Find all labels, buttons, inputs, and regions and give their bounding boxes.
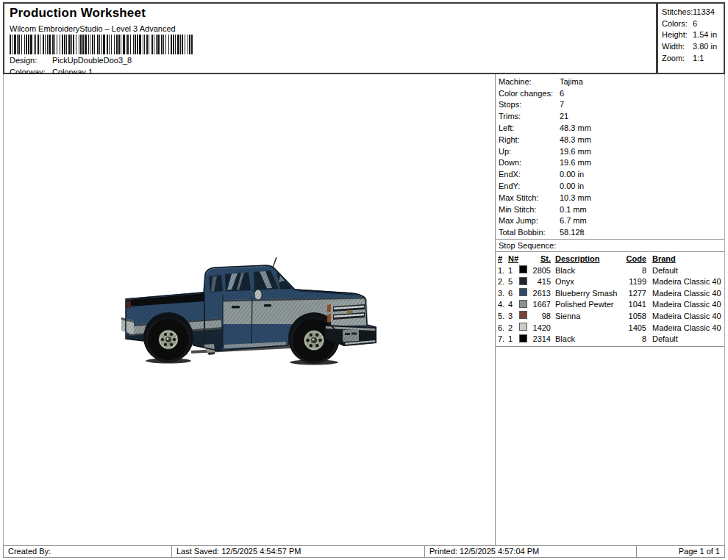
stop-sequence-row: 6.2 1420 1405Madeira Classic 40 xyxy=(498,322,723,334)
footer-last-saved: Last Saved: 12/5/2025 4:54:57 PM xyxy=(172,546,425,557)
stop-sequence-row: 3.6 2613Blueberry Smash 1277Madeira Clas… xyxy=(498,287,723,299)
panel-empty-area xyxy=(496,347,724,545)
page-title: Production Worksheet xyxy=(10,6,656,21)
info-value: 6.7 mm xyxy=(560,216,587,225)
col-stitches: St. xyxy=(531,254,551,263)
info-row: Trims:21 xyxy=(499,110,724,122)
info-label: Down: xyxy=(499,158,560,167)
truck-design xyxy=(121,256,380,365)
col-brand: Brand xyxy=(646,254,723,263)
info-row: Max Stitch:10.3 mm xyxy=(499,192,724,204)
machine-info-panel: Machine:Tajima Color changes:6 Stops:7 T… xyxy=(495,74,724,545)
info-label: Trims: xyxy=(499,112,560,121)
info-row: EndY:0.00 in xyxy=(499,180,724,192)
info-value: 48.3 mm xyxy=(560,135,591,144)
info-row: Down:19.6 mm xyxy=(499,157,724,169)
barcode-icon xyxy=(10,35,193,54)
info-row: EndX:0.00 in xyxy=(499,168,724,180)
info-label: Right: xyxy=(499,135,560,144)
stop-sequence-row: 2.5 415Onyx 1199Madeira Classic 40 xyxy=(498,276,723,287)
info-value: 7 xyxy=(560,100,564,109)
color-swatch xyxy=(519,277,527,285)
summary-label: Colors: xyxy=(662,19,693,28)
info-value: 58.12ft xyxy=(560,228,585,237)
info-label: Min Stitch: xyxy=(499,205,560,214)
info-row: Up:19.6 mm xyxy=(499,146,724,157)
color-swatch xyxy=(519,311,527,319)
worksheet-footer: Created By: Last Saved: 12/5/2025 4:54:5… xyxy=(3,545,725,558)
info-value: Tajima xyxy=(560,77,583,86)
info-row: Color changes:6 xyxy=(499,87,724,99)
summary-value: 6 xyxy=(693,19,697,28)
worksheet-sheet: Production Worksheet Wilcom EmbroiderySt… xyxy=(3,2,725,558)
info-label: Left: xyxy=(499,123,560,132)
info-label: Max Stitch: xyxy=(499,193,560,202)
machine-info-list: Machine:Tajima Color changes:6 Stops:7 T… xyxy=(496,74,724,240)
col-description: Description xyxy=(551,254,623,263)
info-value: 19.6 mm xyxy=(560,158,591,167)
info-row: Stops:7 xyxy=(499,99,724,111)
info-label: Total Bobbin: xyxy=(499,228,560,237)
page-root: { "header": { "title": "Production Works… xyxy=(0,0,728,560)
info-value: 48.3 mm xyxy=(560,123,591,132)
col-num: # xyxy=(498,254,508,263)
stop-sequence-table: # N# St. Description Code Brand 1.1 2805… xyxy=(496,252,724,347)
footer-created-by: Created By: xyxy=(4,546,172,557)
stop-sequence-row: 4.4 1667Polished Pewter 1041Madeira Clas… xyxy=(498,299,723,311)
summary-row: Width:3.80 in xyxy=(662,40,724,52)
summary-label: Zoom: xyxy=(662,54,693,62)
info-row: Min Stitch:0.1 mm xyxy=(499,204,724,215)
stop-sequence-row: 5.3 98Sienna 1058Madeira Classic 40 xyxy=(498,310,723,322)
color-swatch xyxy=(519,334,527,342)
color-swatch xyxy=(519,323,527,331)
info-row: Total Bobbin:58.12ft xyxy=(499,226,724,238)
design-label: Design: xyxy=(10,56,52,65)
info-label: EndX: xyxy=(499,170,560,179)
summary-row: Zoom:1:1 xyxy=(662,52,724,64)
design-value: PickUpDoubleDoo3_8 xyxy=(52,56,132,65)
worksheet-header: Production Worksheet Wilcom EmbroiderySt… xyxy=(3,2,725,74)
info-value: 0.1 mm xyxy=(560,205,587,214)
info-value: 19.6 mm xyxy=(560,147,591,156)
info-label: Max Jump: xyxy=(499,216,560,225)
info-label: Color changes: xyxy=(499,89,560,98)
footer-page-number: Page 1 of 1 xyxy=(637,546,724,557)
info-value: 0.00 in xyxy=(560,182,584,190)
info-label: Machine: xyxy=(499,77,560,86)
color-swatch xyxy=(519,265,527,273)
summary-label: Stitches: xyxy=(662,7,693,16)
summary-value: 1:1 xyxy=(693,54,704,62)
design-canvas xyxy=(4,74,495,545)
info-row: Left:48.3 mm xyxy=(499,122,724,134)
truck-embroidery-image xyxy=(121,256,380,365)
summary-value: 11334 xyxy=(693,7,715,16)
info-label: Stops: xyxy=(499,100,560,109)
col-code: Code xyxy=(623,254,646,263)
summary-value: 1.54 in xyxy=(693,30,717,39)
stop-sequence-header-row: # N# St. Description Code Brand xyxy=(498,253,723,265)
design-row: Design: PickUpDoubleDoo3_8 xyxy=(10,56,132,65)
color-swatch xyxy=(519,300,527,308)
truck-antenna xyxy=(273,257,276,268)
info-label: Up: xyxy=(499,147,560,156)
info-row: Machine:Tajima xyxy=(499,76,724,87)
info-value: 6 xyxy=(560,89,564,98)
info-row: Max Jump:6.7 mm xyxy=(499,215,724,227)
summary-label: Width: xyxy=(662,42,693,51)
stop-sequence-row: 7.1 2314Black 8Default xyxy=(498,333,723,345)
summary-label: Height: xyxy=(662,30,693,39)
stop-sequence-title: Stop Sequence: xyxy=(496,240,724,252)
info-value: 10.3 mm xyxy=(560,193,591,202)
summary-value: 3.80 in xyxy=(693,42,717,51)
stop-sequence-row: 1.1 2805Black 8Default xyxy=(498,265,723,276)
summary-row: Colors:6 xyxy=(662,18,724,29)
summary-row: Stitches:11334 xyxy=(662,6,724,18)
main-area: Machine:Tajima Color changes:6 Stops:7 T… xyxy=(3,74,725,545)
app-version-subtitle: Wilcom EmbroideryStudio – Level 3 Advanc… xyxy=(10,24,656,33)
info-row: Right:48.3 mm xyxy=(499,134,724,146)
color-swatch xyxy=(519,288,527,296)
summary-box: Stitches:11334 Colors:6 Height:1.54 in W… xyxy=(657,2,725,74)
header-info-box: Production Worksheet Wilcom EmbroiderySt… xyxy=(3,2,657,74)
col-needle: N# xyxy=(508,254,519,263)
info-value: 21 xyxy=(560,112,568,121)
